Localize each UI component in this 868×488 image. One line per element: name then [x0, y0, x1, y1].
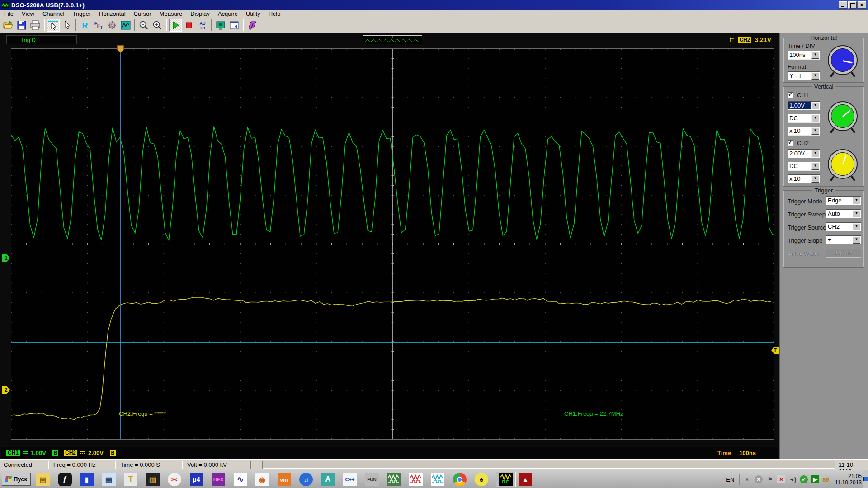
language-indicator[interactable]: EN [726, 476, 734, 483]
menu-item-horizontal[interactable]: Horizontal [95, 10, 130, 18]
microlab-icon[interactable]: µ4 [189, 472, 204, 487]
start-acquisition-button[interactable] [169, 19, 182, 32]
tray-chevron-icon[interactable]: « [743, 475, 751, 483]
close-button[interactable] [858, 1, 866, 9]
dropdown-arrow-icon[interactable] [811, 102, 819, 109]
zoom-in-button[interactable] [151, 19, 164, 32]
waveform-button[interactable] [119, 19, 132, 32]
tray-flag-icon[interactable]: ⚑ [766, 475, 774, 483]
ch2-enable-checkbox[interactable] [788, 140, 793, 146]
folder-icon[interactable]: ▤ [35, 472, 51, 487]
ch1-volt-select[interactable]: 1.00V [788, 101, 820, 110]
dropdown-arrow-icon[interactable] [811, 72, 819, 80]
dropdown-arrow-icon[interactable] [811, 163, 819, 170]
menu-item-utility[interactable]: Utility [242, 10, 264, 18]
cursor-button[interactable] [61, 19, 73, 32]
ch1-coupling-select[interactable]: DC [788, 114, 820, 123]
stop-acquisition-button[interactable] [183, 19, 195, 32]
waveform-plot[interactable] [11, 48, 774, 440]
time-div-knob[interactable] [828, 45, 858, 75]
menu-item-acquire[interactable]: Acquire [214, 10, 242, 18]
dropdown-arrow-icon[interactable] [811, 175, 819, 183]
floppy-save-icon[interactable]: ▮ [79, 472, 94, 487]
dropdown-arrow-icon[interactable] [811, 150, 819, 157]
vmware-icon[interactable]: vm [277, 472, 292, 487]
time-div-select[interactable]: 100ns [788, 51, 820, 60]
ch1-probe-select[interactable]: x 10 [788, 127, 820, 136]
ch1-position-knob[interactable] [828, 101, 858, 131]
dso-app-icon[interactable] [496, 472, 516, 487]
trigger-source-select[interactable]: CH2 [826, 222, 861, 231]
cpp-ide-icon[interactable]: C++ [342, 472, 358, 487]
tray-usb-icon[interactable]: ✓ [800, 475, 808, 483]
dropdown-arrow-icon[interactable] [811, 115, 819, 122]
cad-icon[interactable]: A [321, 472, 336, 487]
help-button[interactable] [246, 19, 259, 32]
waveform-preview[interactable]: T [363, 35, 422, 44]
oscillograms-icon[interactable] [430, 472, 445, 487]
ch1-badge: CH1 [6, 450, 20, 456]
adobe-reader-icon[interactable]: ▲ [518, 472, 533, 487]
settings-gear-button[interactable] [106, 19, 118, 32]
cutter-icon[interactable]: ✂ [167, 472, 182, 487]
ch2-position-marker[interactable]: 2 [2, 386, 10, 394]
calculator-icon[interactable]: ▦ [101, 472, 117, 487]
dropdown-arrow-icon[interactable] [853, 223, 860, 230]
chip-programmer-icon[interactable]: ▥ [145, 472, 160, 487]
menu-item-channel[interactable]: Channel [38, 10, 68, 18]
show-desktop-button[interactable] [863, 470, 868, 488]
auto-setup-button[interactable]: AUTO [196, 19, 209, 32]
ch1-position-marker[interactable]: 1 [2, 254, 10, 262]
trigger-mode-select[interactable]: Edge [826, 196, 861, 205]
system-monitor-icon[interactable] [386, 472, 401, 487]
ch2-volt-select[interactable]: 2.00V [788, 149, 820, 158]
save-button[interactable] [15, 19, 28, 32]
fun-drive-icon[interactable]: FUN [364, 472, 380, 487]
chrome-icon[interactable] [452, 472, 467, 487]
refresh-button[interactable]: R [79, 19, 91, 32]
dropdown-arrow-icon[interactable] [811, 52, 819, 59]
ch1-enable-checkbox[interactable] [788, 92, 793, 98]
tray-volume-icon[interactable]: ◄) [788, 475, 797, 483]
menu-item-cursor[interactable]: Cursor [130, 10, 156, 18]
trigger-sweep-select[interactable]: Auto [826, 209, 861, 218]
format-select[interactable]: Y - T [788, 71, 820, 80]
dropdown-arrow-icon[interactable] [853, 236, 860, 244]
cursor-track-button[interactable] [47, 19, 60, 32]
ch2-position-knob[interactable] [828, 149, 858, 179]
thebat-icon[interactable]: ♠ [474, 472, 489, 487]
display-button[interactable] [214, 19, 227, 32]
start-button[interactable]: Пуск [2, 473, 31, 486]
dropdown-arrow-icon[interactable] [853, 210, 860, 217]
tray-xfire-icon[interactable]: ✕ [755, 475, 763, 483]
schematic-icon[interactable]: ∿ [233, 472, 248, 487]
minimize-button[interactable] [839, 1, 847, 9]
menu-item-display[interactable]: Display [186, 10, 214, 18]
menu-item-trigger[interactable]: Trigger [68, 10, 95, 18]
tray-clock[interactable]: 21:05 11.10.2013 [835, 473, 862, 486]
paint-icon[interactable]: ◉ [255, 472, 270, 487]
ch2-probe-select[interactable]: x 10 [788, 174, 820, 183]
fft-button[interactable]: FFT [92, 19, 105, 32]
print-button[interactable] [29, 19, 42, 32]
text-tool-icon[interactable]: T [123, 472, 138, 487]
itunes-icon[interactable]: ♫ [298, 472, 314, 487]
menu-item-file[interactable]: File [0, 10, 18, 18]
maximize-button[interactable] [848, 1, 857, 9]
window-layout-button[interactable] [228, 19, 241, 32]
menu-item-view[interactable]: View [18, 10, 38, 18]
dropdown-arrow-icon[interactable] [853, 197, 860, 204]
ch2-coupling-select[interactable]: DC [788, 162, 820, 171]
chart-tool-icon[interactable] [408, 472, 424, 487]
trigger-slope-select[interactable]: + [826, 235, 861, 244]
menu-item-help[interactable]: Help [264, 10, 285, 18]
dropdown-arrow-icon[interactable] [811, 127, 819, 135]
tray-player-icon[interactable]: ▶ [811, 475, 819, 483]
hex-editor-icon[interactable]: HEX [211, 472, 226, 487]
open-button[interactable] [2, 19, 14, 32]
tray-network-icon[interactable]: ✕ [777, 475, 785, 483]
menu-item-measure[interactable]: Measure [156, 10, 187, 18]
foobar2000-icon[interactable]: ƒ [57, 472, 73, 487]
start-acquisition-icon [170, 19, 181, 31]
zoom-out-button[interactable] [137, 19, 150, 32]
